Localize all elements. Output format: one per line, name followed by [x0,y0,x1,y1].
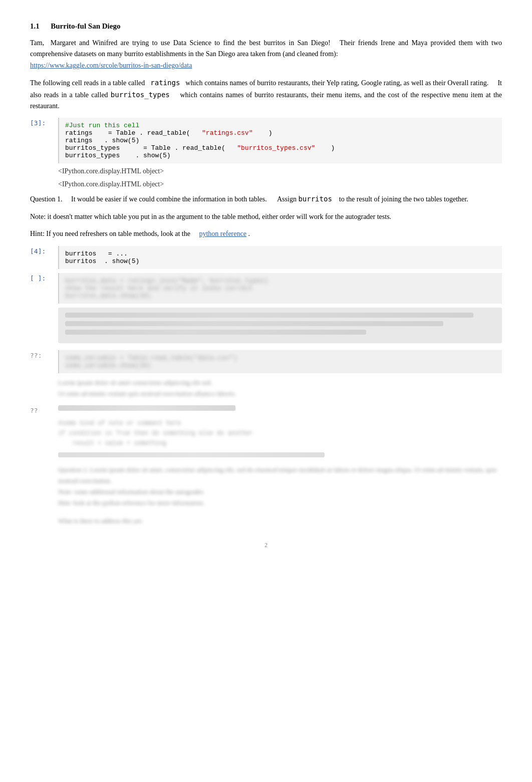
cell-4-label: [4]: [30,246,58,255]
cell-empty-label: [ ]: [30,273,58,282]
blurred-text-block-2: Question 2. Lorem ipsum dolor sit amet, … [58,464,502,508]
cell-empty-row: [ ]: burritos_data = ratings.join("Name"… [30,273,502,304]
section-title: Burrito-ful San Diego [51,22,120,30]
blurred-output-1 [58,308,502,343]
cell-blurred-row: ??: some_variable = Table.read_table("da… [30,350,502,373]
blurred-badge: ?? [30,405,58,414]
cell-4-row: [4]: burritos = ... burritos . show(5) [30,246,502,269]
blurred-text-block-3: What is there to address this yet. [58,515,502,527]
cell-empty-code[interactable]: burritos_data = ratings.join("Name", bur… [58,273,502,304]
blurred-row-2: ?? [30,405,502,414]
cell-3-row: [3]: #Just run this cell ratings = Table… [30,118,502,163]
question-1-text: Question 1. It would be easier if we cou… [30,193,502,205]
page-number: 2 [30,542,502,549]
blurred-text-output-1: Lorem ipsum dolor sit amet consectetur a… [58,377,502,399]
cell-4-code[interactable]: burritos = ... burritos . show(5) [58,246,502,269]
cell-3-code[interactable]: #Just run this cell ratings = Table . re… [58,118,502,163]
hint-after: . [248,230,250,237]
cell-3-label: [3]: [30,118,58,127]
output-html-1: <IPython.core.display.HTML object> [58,167,502,175]
output-html-2: <IPython.core.display.HTML object> [58,180,502,188]
kaggle-link[interactable]: https://www.kaggle.com/srcole/burritos-i… [30,62,192,69]
cell3-comment: #Just run this cell [65,122,139,129]
tables-description: The following cell reads in a table call… [30,77,502,112]
note-text: Note: it doesn't matter which table you … [30,211,502,222]
blurred-cell-code[interactable]: some_variable = Table.read_table("data.c… [58,350,502,373]
hint-text: Hint: If you need refreshers on table me… [30,228,502,239]
hint-before: Hint: If you need refreshers on table me… [30,230,190,237]
blurred-output-2: #some kind of note or comment here if co… [58,418,502,457]
python-reference-link[interactable]: python reference [199,230,246,237]
section-number: 1.1 [30,22,40,30]
intro-paragraph: Tam, Margaret and Winifred are trying to… [30,38,502,71]
blurred-cell-label: ??: [30,350,58,359]
section-heading: 1.1 Burrito-ful San Diego [30,22,502,31]
